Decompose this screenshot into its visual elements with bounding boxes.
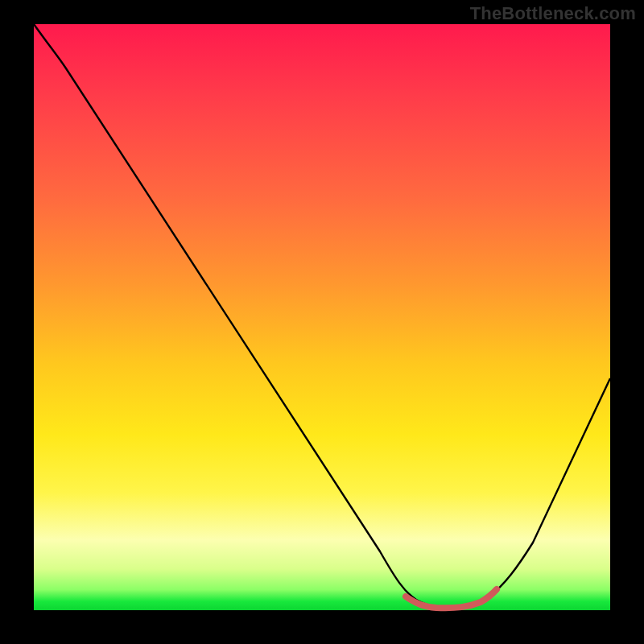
curve-svg <box>34 24 610 610</box>
bottleneck-curve-path <box>34 24 610 608</box>
chart-frame: TheBottleneck.com <box>0 0 644 644</box>
optimal-range-highlight-path <box>406 589 497 608</box>
plot-area <box>34 24 610 610</box>
attribution-text: TheBottleneck.com <box>470 3 636 24</box>
